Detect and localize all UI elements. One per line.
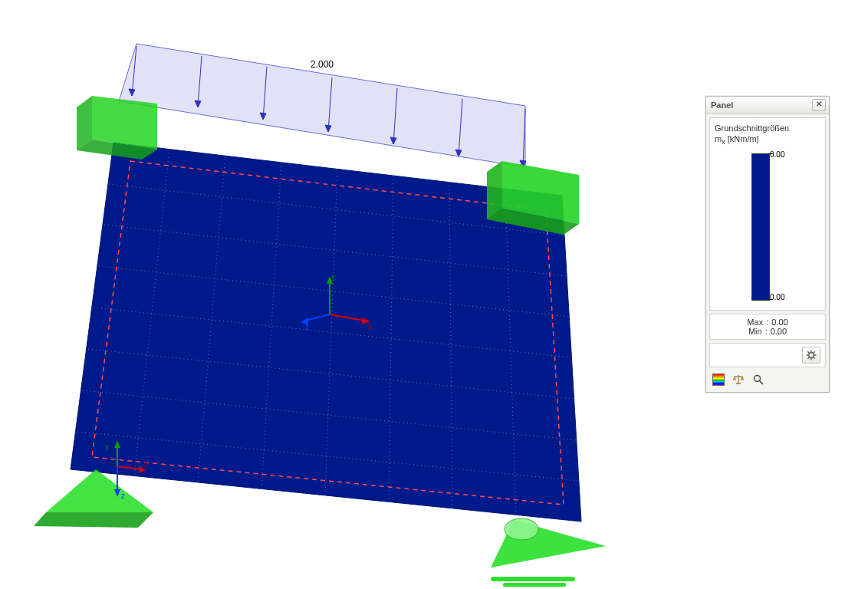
svg-text:x: x	[368, 323, 372, 331]
model-viewport[interactable]: 2.000	[0, 0, 652, 589]
close-icon: ✕	[816, 100, 822, 108]
svg-line-66	[807, 351, 809, 353]
svg-point-73	[755, 376, 761, 382]
svg-point-61	[809, 353, 814, 357]
load-diagram: 2.000	[119, 44, 526, 167]
support-top-left	[77, 96, 157, 160]
svg-text:y: y	[105, 443, 109, 451]
gear-icon	[806, 350, 817, 360]
min-label: Min	[748, 327, 762, 336]
min-value: 0.00	[771, 327, 787, 336]
svg-line-74	[760, 381, 764, 385]
balance-icon	[732, 373, 745, 386]
panel-titlebar[interactable]: Panel ✕	[706, 97, 829, 114]
svg-rect-42	[503, 583, 566, 587]
result-type-heading: Grundschnittgrößen mx [kNm/m]	[715, 123, 820, 147]
panel-stats: Max : 0.00 Min : 0.00	[709, 314, 826, 340]
svg-point-40	[505, 518, 538, 540]
svg-line-69	[814, 351, 815, 353]
legend-max-tick: 0.00	[770, 150, 784, 159]
legend-color-bar	[751, 153, 770, 301]
magnifier-icon	[752, 373, 764, 386]
svg-text:y: y	[331, 272, 335, 281]
zoom-button[interactable]	[751, 372, 766, 387]
panel-body: Grundschnittgrößen mx [kNm/m] 0.00 0.00	[709, 117, 826, 311]
svg-line-68	[807, 357, 809, 359]
panel-toolbar	[709, 343, 826, 367]
support-bottom-right	[491, 518, 606, 587]
color-scale-icon	[712, 373, 725, 386]
svg-text:x: x	[144, 459, 148, 468]
max-value: 0.00	[771, 318, 787, 327]
color-legend: 0.00 0.00	[715, 153, 820, 307]
svg-text:z: z	[121, 492, 125, 500]
support-bottom-left	[34, 469, 153, 528]
filter-balance-button[interactable]	[731, 372, 746, 387]
load-value-label: 2.000	[311, 59, 334, 70]
max-label: Max	[747, 318, 763, 327]
results-panel[interactable]: Panel ✕ Grundschnittgrößen mx [kNm/m] 0.…	[705, 96, 830, 393]
svg-text:z: z	[305, 323, 309, 331]
panel-footer-toolbar	[709, 370, 826, 389]
svg-line-67	[814, 357, 815, 359]
svg-rect-41	[491, 577, 575, 581]
color-scale-button[interactable]	[711, 372, 726, 387]
legend-min-tick: 0.00	[770, 293, 784, 301]
panel-settings-button[interactable]	[802, 347, 820, 364]
panel-close-button[interactable]: ✕	[812, 99, 826, 111]
panel-title: Panel	[711, 100, 733, 110]
svg-marker-38	[34, 512, 153, 528]
